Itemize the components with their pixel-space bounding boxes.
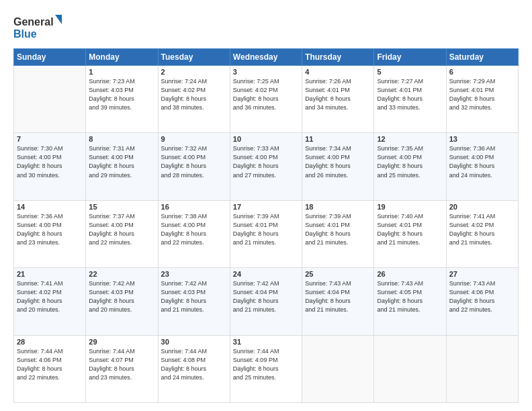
cell-content: Sunrise: 7:31 AMSunset: 4:00 PMDaylight:… — [89, 144, 154, 179]
cell-content: Sunrise: 7:42 AMSunset: 4:03 PMDaylight:… — [89, 279, 154, 314]
day-number: 13 — [449, 135, 515, 143]
calendar-cell: 15Sunrise: 7:37 AMSunset: 4:00 PMDayligh… — [86, 200, 158, 267]
svg-text:General: General — [13, 16, 54, 28]
day-number: 5 — [377, 68, 443, 76]
day-number: 11 — [305, 135, 371, 143]
day-number: 20 — [449, 203, 515, 211]
calendar-cell: 18Sunrise: 7:39 AMSunset: 4:01 PMDayligh… — [302, 200, 374, 267]
day-number: 3 — [233, 68, 299, 76]
calendar-cell: 31Sunrise: 7:44 AMSunset: 4:09 PMDayligh… — [230, 335, 302, 402]
cell-content: Sunrise: 7:43 AMSunset: 4:04 PMDaylight:… — [305, 279, 371, 314]
calendar-cell: 20Sunrise: 7:41 AMSunset: 4:02 PMDayligh… — [446, 200, 518, 267]
cell-content: Sunrise: 7:24 AMSunset: 4:02 PMDaylight:… — [161, 77, 227, 112]
cell-content: Sunrise: 7:29 AMSunset: 4:01 PMDaylight:… — [449, 77, 515, 112]
cell-content: Sunrise: 7:39 AMSunset: 4:01 PMDaylight:… — [233, 212, 299, 247]
day-number: 18 — [305, 203, 371, 211]
day-header-friday: Friday — [374, 49, 446, 66]
svg-text:Blue: Blue — [13, 28, 37, 40]
svg-marker-1 — [55, 15, 62, 24]
calendar-cell — [14, 66, 86, 133]
calendar-cell: 5Sunrise: 7:27 AMSunset: 4:01 PMDaylight… — [374, 66, 446, 133]
calendar-cell: 28Sunrise: 7:44 AMSunset: 4:06 PMDayligh… — [14, 335, 86, 402]
cell-content: Sunrise: 7:41 AMSunset: 4:02 PMDaylight:… — [17, 279, 83, 314]
cell-content: Sunrise: 7:40 AMSunset: 4:01 PMDaylight:… — [377, 212, 443, 247]
cell-content: Sunrise: 7:43 AMSunset: 4:05 PMDaylight:… — [377, 279, 443, 314]
calendar-cell: 22Sunrise: 7:42 AMSunset: 4:03 PMDayligh… — [86, 268, 158, 335]
logo: GeneralBlue — [13, 12, 67, 42]
calendar-week-5: 28Sunrise: 7:44 AMSunset: 4:06 PMDayligh… — [14, 335, 519, 402]
day-number: 26 — [377, 270, 443, 278]
page: GeneralBlue SundayMondayTuesdayWednesday… — [0, 0, 532, 411]
calendar-week-3: 14Sunrise: 7:36 AMSunset: 4:00 PMDayligh… — [14, 200, 519, 267]
calendar-cell: 21Sunrise: 7:41 AMSunset: 4:02 PMDayligh… — [14, 268, 86, 335]
day-number: 6 — [449, 68, 515, 76]
day-number: 24 — [233, 270, 299, 278]
cell-content: Sunrise: 7:44 AMSunset: 4:07 PMDaylight:… — [89, 347, 154, 382]
cell-content: Sunrise: 7:23 AMSunset: 4:03 PMDaylight:… — [89, 77, 154, 112]
cell-content: Sunrise: 7:36 AMSunset: 4:00 PMDaylight:… — [449, 144, 515, 179]
calendar-cell: 10Sunrise: 7:33 AMSunset: 4:00 PMDayligh… — [230, 133, 302, 200]
day-number: 9 — [161, 135, 227, 143]
calendar-cell: 2Sunrise: 7:24 AMSunset: 4:02 PMDaylight… — [158, 66, 230, 133]
cell-content: Sunrise: 7:43 AMSunset: 4:06 PMDaylight:… — [449, 279, 515, 314]
day-number: 4 — [305, 68, 371, 76]
calendar-table: SundayMondayTuesdayWednesdayThursdayFrid… — [13, 48, 519, 403]
calendar-week-2: 7Sunrise: 7:30 AMSunset: 4:00 PMDaylight… — [14, 133, 519, 200]
logo-svg: GeneralBlue — [13, 12, 67, 42]
day-number: 12 — [377, 135, 443, 143]
day-number: 17 — [233, 203, 299, 211]
day-number: 2 — [161, 68, 227, 76]
calendar-cell: 3Sunrise: 7:25 AMSunset: 4:02 PMDaylight… — [230, 66, 302, 133]
cell-content: Sunrise: 7:27 AMSunset: 4:01 PMDaylight:… — [377, 77, 443, 112]
day-number: 25 — [305, 270, 371, 278]
day-number: 16 — [161, 203, 227, 211]
header: GeneralBlue — [13, 12, 519, 42]
calendar-cell: 6Sunrise: 7:29 AMSunset: 4:01 PMDaylight… — [446, 66, 518, 133]
calendar-cell: 27Sunrise: 7:43 AMSunset: 4:06 PMDayligh… — [446, 268, 518, 335]
cell-content: Sunrise: 7:44 AMSunset: 4:09 PMDaylight:… — [233, 347, 299, 382]
cell-content: Sunrise: 7:38 AMSunset: 4:00 PMDaylight:… — [161, 212, 227, 247]
calendar-cell: 1Sunrise: 7:23 AMSunset: 4:03 PMDaylight… — [86, 66, 158, 133]
calendar-cell: 23Sunrise: 7:42 AMSunset: 4:03 PMDayligh… — [158, 268, 230, 335]
day-header-wednesday: Wednesday — [230, 49, 302, 66]
day-number: 29 — [89, 338, 154, 346]
day-number: 31 — [233, 338, 299, 346]
cell-content: Sunrise: 7:37 AMSunset: 4:00 PMDaylight:… — [89, 212, 154, 247]
calendar-cell: 30Sunrise: 7:44 AMSunset: 4:08 PMDayligh… — [158, 335, 230, 402]
calendar-cell: 25Sunrise: 7:43 AMSunset: 4:04 PMDayligh… — [302, 268, 374, 335]
calendar-week-1: 1Sunrise: 7:23 AMSunset: 4:03 PMDaylight… — [14, 66, 519, 133]
day-number: 23 — [161, 270, 227, 278]
calendar-cell: 9Sunrise: 7:32 AMSunset: 4:00 PMDaylight… — [158, 133, 230, 200]
calendar-cell: 12Sunrise: 7:35 AMSunset: 4:00 PMDayligh… — [374, 133, 446, 200]
calendar-cell: 11Sunrise: 7:34 AMSunset: 4:00 PMDayligh… — [302, 133, 374, 200]
calendar-cell: 26Sunrise: 7:43 AMSunset: 4:05 PMDayligh… — [374, 268, 446, 335]
cell-content: Sunrise: 7:44 AMSunset: 4:06 PMDaylight:… — [17, 347, 83, 382]
cell-content: Sunrise: 7:44 AMSunset: 4:08 PMDaylight:… — [161, 347, 227, 382]
calendar-header-row: SundayMondayTuesdayWednesdayThursdayFrid… — [14, 49, 519, 66]
cell-content: Sunrise: 7:35 AMSunset: 4:00 PMDaylight:… — [377, 144, 443, 179]
day-number: 30 — [161, 338, 227, 346]
day-number: 8 — [89, 135, 154, 143]
cell-content: Sunrise: 7:42 AMSunset: 4:04 PMDaylight:… — [233, 279, 299, 314]
calendar-cell: 13Sunrise: 7:36 AMSunset: 4:00 PMDayligh… — [446, 133, 518, 200]
cell-content: Sunrise: 7:36 AMSunset: 4:00 PMDaylight:… — [17, 212, 83, 247]
day-number: 22 — [89, 270, 154, 278]
calendar-cell: 19Sunrise: 7:40 AMSunset: 4:01 PMDayligh… — [374, 200, 446, 267]
cell-content: Sunrise: 7:41 AMSunset: 4:02 PMDaylight:… — [449, 212, 515, 247]
day-number: 27 — [449, 270, 515, 278]
day-number: 10 — [233, 135, 299, 143]
day-header-tuesday: Tuesday — [158, 49, 230, 66]
day-number: 15 — [89, 203, 154, 211]
day-header-monday: Monday — [86, 49, 158, 66]
cell-content: Sunrise: 7:33 AMSunset: 4:00 PMDaylight:… — [233, 144, 299, 179]
day-header-saturday: Saturday — [446, 49, 518, 66]
cell-content: Sunrise: 7:34 AMSunset: 4:00 PMDaylight:… — [305, 144, 371, 179]
cell-content: Sunrise: 7:26 AMSunset: 4:01 PMDaylight:… — [305, 77, 371, 112]
day-number: 1 — [89, 68, 154, 76]
day-number: 28 — [17, 338, 83, 346]
day-header-thursday: Thursday — [302, 49, 374, 66]
day-number: 7 — [17, 135, 83, 143]
day-number: 14 — [17, 203, 83, 211]
cell-content: Sunrise: 7:30 AMSunset: 4:00 PMDaylight:… — [17, 144, 83, 179]
cell-content: Sunrise: 7:42 AMSunset: 4:03 PMDaylight:… — [161, 279, 227, 314]
